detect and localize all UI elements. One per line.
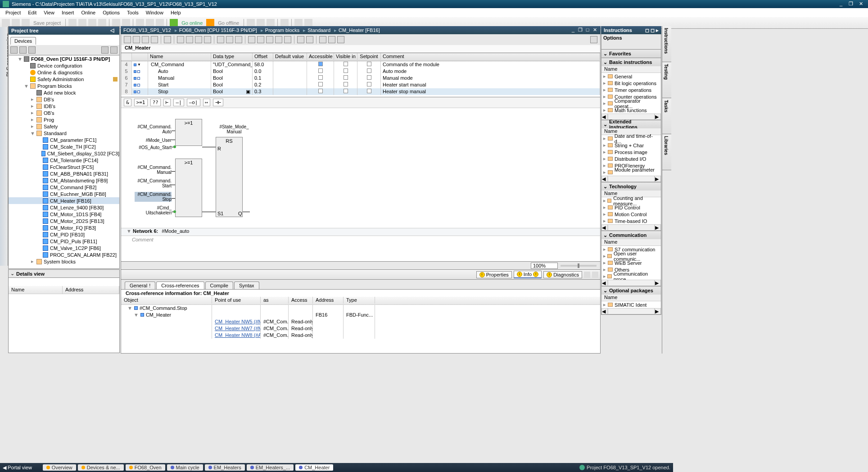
- instr-item[interactable]: ▸Comparator operat...: [601, 100, 661, 107]
- tree-item[interactable]: CM_Euchner_MGB [FB8]: [9, 191, 119, 197]
- bc-0[interactable]: FO68_V13_SP1_V12: [123, 27, 171, 33]
- options-section[interactable]: Options: [601, 34, 661, 50]
- minimize-button[interactable]: _: [836, 1, 845, 7]
- iface-row[interactable]: 4▼CM_Command"UDT_Command_H...58.0Command…: [121, 61, 600, 68]
- menu-options[interactable]: Options: [99, 10, 123, 15]
- instr-item[interactable]: ▸Math functions: [601, 107, 661, 113]
- insp-btn2[interactable]: [592, 272, 598, 278]
- instr-section-header[interactable]: ⌄Technology: [601, 182, 661, 191]
- ed-btn-18[interactable]: [297, 36, 304, 43]
- layout2-icon[interactable]: [304, 19, 312, 27]
- tree-btn1-icon[interactable]: [10, 46, 18, 54]
- instr-section-header[interactable]: ⌄Extended instructions: [601, 120, 661, 128]
- xref-row[interactable]: ▼CM_HeaterFB16FBD-Func...: [121, 312, 600, 318]
- interface-table[interactable]: Name Data type Offset Default value Acce…: [121, 53, 600, 97]
- ed-btn-4[interactable]: [151, 36, 158, 43]
- restore-button[interactable]: ❐: [846, 1, 855, 7]
- insp-btn1[interactable]: [584, 272, 590, 278]
- compile-icon[interactable]: [136, 19, 144, 27]
- ed-btn-5[interactable]: [164, 36, 171, 43]
- status-tab[interactable]: EM_Heaters: [205, 464, 245, 471]
- tree-item[interactable]: Device configuration: [9, 62, 119, 69]
- tab-general[interactable]: General!: [125, 281, 155, 289]
- tree-item[interactable]: CM_Motor_FQ [FB3]: [9, 224, 119, 231]
- sig-os-auto[interactable]: #OS_Auto_Start: [121, 145, 172, 150]
- fbd-op-assign[interactable]: ⊢: [163, 99, 171, 106]
- sig-auto[interactable]: #CM_Command. Auto: [121, 124, 172, 134]
- close-all-icon[interactable]: [280, 19, 289, 27]
- ed-btn-right[interactable]: [590, 36, 597, 43]
- ed-btn-19[interactable]: [306, 36, 313, 43]
- fbd-op-box[interactable]: ??: [150, 99, 161, 106]
- tree-item[interactable]: CM_Heater [FB16]: [9, 197, 119, 204]
- tree-item[interactable]: ▸OB's: [9, 109, 119, 116]
- left-vertical-tab[interactable]: PLC programming: [0, 27, 8, 266]
- tree-item[interactable]: FcClearStruct [FC5]: [9, 163, 119, 170]
- ed-btn-7[interactable]: [186, 36, 193, 43]
- status-tab[interactable]: Overview: [43, 464, 76, 471]
- tree-item[interactable]: ▼Standaard: [9, 130, 119, 136]
- editor-min-icon[interactable]: _: [570, 27, 576, 33]
- tree-item[interactable]: CM_Scale_TH [FC2]: [9, 143, 119, 150]
- ed-btn-3[interactable]: [142, 36, 149, 43]
- bc-3[interactable]: Standaard: [307, 27, 330, 33]
- menu-window[interactable]: Window: [142, 10, 167, 15]
- cross-ref-icon[interactable]: [257, 19, 265, 27]
- tree-item[interactable]: CM_Valve_1C2P [FB6]: [9, 245, 119, 251]
- sig-start[interactable]: #CM_Command. Start: [121, 178, 172, 188]
- devices-tab[interactable]: Devices: [10, 37, 36, 45]
- network-6-header[interactable]: ▼ Network 6:#Mode_auto: [121, 228, 600, 236]
- bc-4[interactable]: CM_Heater [FB16]: [339, 27, 380, 33]
- instr-item[interactable]: ▸Counting and measure...: [601, 197, 661, 204]
- ed-btn-13[interactable]: [248, 36, 255, 43]
- editor-float-icon[interactable]: ❐: [577, 27, 583, 33]
- instr-item[interactable]: ▸String + Char: [601, 142, 661, 149]
- tab-compile[interactable]: Compile: [205, 281, 233, 289]
- save-icon[interactable]: [22, 19, 30, 27]
- instr-item[interactable]: ▸Module parameter ...: [601, 169, 661, 176]
- tree-item[interactable]: CM_Command [FB2]: [9, 184, 119, 191]
- editor-close-icon[interactable]: ✕: [592, 27, 598, 33]
- iface-row[interactable]: 6ManualBool0.1Manual mode: [121, 75, 600, 82]
- sig-stop-selected[interactable]: #CM_Command. Stop: [135, 192, 172, 202]
- fbd-op-ge1[interactable]: >=1: [134, 99, 148, 106]
- instr-item[interactable]: ▸SIMATIC Ident: [601, 301, 661, 308]
- zoom-select[interactable]: 100%: [531, 263, 558, 269]
- go-online-label[interactable]: Go online: [181, 20, 203, 26]
- xref-table[interactable]: Object Point of use as Access Address Ty…: [121, 297, 600, 339]
- xref-row[interactable]: CM_Heater NW7 (#Man...#CM_Com...Read-onl…: [121, 325, 600, 332]
- instr-item[interactable]: ▸Communication proce...: [601, 273, 661, 280]
- fbd-op-coil[interactable]: ↦: [203, 99, 211, 106]
- vtab-instructions[interactable]: Instructions: [662, 26, 671, 62]
- tree-item[interactable]: ▸DB's: [9, 96, 119, 103]
- info-button[interactable]: iInfo!: [514, 271, 542, 278]
- instr-section-header[interactable]: ⌄Favorites: [601, 50, 661, 58]
- ed-btn-1[interactable]: [124, 36, 131, 43]
- iface-row[interactable]: 7StartBool0.2Heater start manual: [121, 82, 600, 88]
- instr-item[interactable]: ▸Time-based IO: [601, 218, 661, 224]
- tree-item[interactable]: CM_Tolerantie [FC14]: [9, 157, 119, 163]
- ed-btn-2[interactable]: [133, 36, 140, 43]
- xref-row[interactable]: CM_Heater NW8 (#Aut...#CM_Com...Read-onl…: [121, 332, 600, 339]
- zoom-slider[interactable]: [561, 265, 597, 267]
- close-button[interactable]: ✕: [856, 1, 865, 7]
- tree-root[interactable]: ▼FO68_Oven [CPU 1516F-3 PN/DP]: [9, 55, 119, 62]
- bc-1[interactable]: FO68_Oven [CPU 1516F-3 PN/DP]: [179, 27, 257, 33]
- tree-item[interactable]: CM_Afstandsmeting [FB9]: [9, 177, 119, 184]
- instr-item[interactable]: ▸Open user communic...: [601, 253, 661, 259]
- instr-item[interactable]: ▸Motion Control: [601, 211, 661, 218]
- tree-view1-icon[interactable]: [101, 46, 108, 54]
- fbd-op-no[interactable]: –|: [173, 99, 184, 106]
- status-tab[interactable]: EM_Heaters_...: [247, 464, 294, 471]
- fbd-op-nc[interactable]: –o|: [187, 99, 200, 106]
- ed-btn-11[interactable]: [226, 36, 233, 43]
- ed-btn-16[interactable]: [275, 36, 282, 43]
- tree-item[interactable]: Online & diagnostics: [9, 69, 119, 76]
- ed-btn-14[interactable]: [257, 36, 264, 43]
- delete-icon[interactable]: [98, 19, 106, 27]
- tree-item[interactable]: CM_Motor_2D2S [FB13]: [9, 218, 119, 224]
- menu-online[interactable]: Online: [77, 10, 99, 15]
- go-offline-icon[interactable]: [206, 19, 214, 27]
- download-icon[interactable]: [146, 19, 154, 27]
- status-tab[interactable]: Devices & ne...: [78, 464, 124, 471]
